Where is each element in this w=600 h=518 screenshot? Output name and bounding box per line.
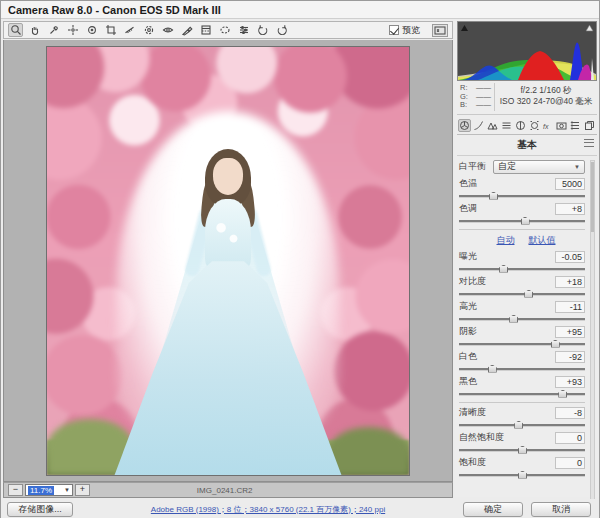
- slider-thumb[interactable]: [489, 192, 498, 200]
- white-balance-select[interactable]: 自定 ▼: [493, 160, 585, 174]
- slider-track[interactable]: [459, 471, 585, 479]
- preview-pane[interactable]: [3, 40, 453, 482]
- zoom-out-button[interactable]: −: [8, 484, 23, 496]
- slider-thumb[interactable]: [551, 340, 560, 348]
- highlight-clipping-indicator[interactable]: [585, 24, 594, 32]
- slider-自然饱和度: 自然饱和度0: [459, 432, 593, 454]
- slider-label: 对比度: [459, 275, 486, 288]
- tab-detail[interactable]: [486, 119, 499, 132]
- color-sampler-tool-icon[interactable]: [65, 23, 80, 37]
- exif-line-1: f/2.2 1/160 秒: [495, 85, 597, 96]
- adjustment-brush-tool-icon[interactable]: [179, 23, 194, 37]
- slider-清晰度: 清晰度-8: [459, 407, 593, 429]
- slider-高光: 高光-11: [459, 301, 593, 323]
- portrait-subject: [108, 149, 348, 475]
- filename-label: IMG_0241.CR2: [197, 486, 253, 495]
- slider-track[interactable]: [459, 390, 585, 398]
- white-balance-row: 白平衡 自定 ▼: [459, 160, 593, 174]
- spot-removal-tool-icon[interactable]: [141, 23, 156, 37]
- radial-filter-tool-icon[interactable]: [217, 23, 232, 37]
- panel-menu-icon[interactable]: [584, 139, 594, 147]
- tab-basic[interactable]: [458, 119, 471, 132]
- tab-snapshots[interactable]: [583, 119, 596, 132]
- slider-value[interactable]: +8: [555, 203, 585, 215]
- tab-presets[interactable]: [569, 119, 582, 132]
- tab-hsl-grayscale[interactable]: [500, 119, 513, 132]
- slider-value[interactable]: +93: [555, 376, 585, 388]
- tab-lens-corrections[interactable]: [528, 119, 541, 132]
- auto-link[interactable]: 自动: [497, 234, 515, 247]
- fullscreen-toggle-icon[interactable]: [432, 24, 448, 37]
- face: [213, 158, 243, 195]
- rotate-right-tool-icon[interactable]: [274, 23, 289, 37]
- footer-bar: 存储图像... Adobe RGB (1998)；8 位；3840 x 5760…: [1, 499, 599, 518]
- zoom-tool-icon[interactable]: [8, 23, 23, 37]
- svg-text:fx: fx: [543, 122, 549, 129]
- scrollbar-thumb[interactable]: [591, 162, 594, 232]
- tone-sliders: 曝光-0.05对比度+18高光-11阴影+95白色-92黑色+93: [459, 251, 593, 398]
- slider-track[interactable]: [459, 290, 585, 298]
- white-balance-value: 自定: [498, 160, 516, 173]
- slider-track[interactable]: [459, 365, 585, 373]
- slider-thumb[interactable]: [518, 446, 527, 454]
- slider-thumb[interactable]: [558, 390, 567, 398]
- white-balance-tool-icon[interactable]: [46, 23, 61, 37]
- slider-value[interactable]: -8: [555, 407, 585, 419]
- slider-value[interactable]: 0: [555, 457, 585, 469]
- workflow-options-link[interactable]: Adobe RGB (1998)；8 位；3840 x 5760 (22.1 百…: [73, 504, 463, 515]
- hand-tool-icon[interactable]: [27, 23, 42, 37]
- zoom-level-select[interactable]: 11.7% ▼: [25, 484, 73, 496]
- panel-scrollbar[interactable]: [590, 160, 595, 500]
- photo-canvas[interactable]: [46, 46, 410, 476]
- save-image-button[interactable]: 存储图像...: [7, 502, 73, 517]
- slider-色调: 色调+8: [459, 203, 593, 225]
- slider-track[interactable]: [459, 315, 585, 323]
- tab-effects[interactable]: fx: [541, 119, 554, 132]
- slider-thumb[interactable]: [509, 315, 518, 323]
- slider-thumb[interactable]: [518, 471, 527, 479]
- rotate-left-tool-icon[interactable]: [255, 23, 270, 37]
- zoom-in-button[interactable]: +: [75, 484, 90, 496]
- straighten-tool-icon[interactable]: [122, 23, 137, 37]
- graduated-filter-tool-icon[interactable]: [198, 23, 213, 37]
- slider-白色: 白色-92: [459, 351, 593, 373]
- default-link[interactable]: 默认值: [529, 234, 556, 247]
- slider-thumb[interactable]: [488, 365, 497, 373]
- slider-thumb[interactable]: [499, 265, 508, 273]
- slider-track[interactable]: [459, 192, 585, 200]
- shadow-clipping-indicator[interactable]: [460, 24, 469, 32]
- toolbar: 预览: [3, 21, 453, 39]
- tab-split-toning[interactable]: [514, 119, 527, 132]
- slider-label: 色温: [459, 177, 477, 190]
- slider-value[interactable]: +18: [555, 276, 585, 288]
- cancel-button[interactable]: 取消: [531, 502, 591, 517]
- slider-value[interactable]: 0: [555, 432, 585, 444]
- slider-value[interactable]: -0.05: [555, 251, 585, 263]
- slider-track[interactable]: [459, 446, 585, 454]
- slider-track[interactable]: [459, 421, 585, 429]
- red-eye-tool-icon[interactable]: [160, 23, 175, 37]
- slider-value[interactable]: -92: [555, 351, 585, 363]
- slider-track[interactable]: [459, 340, 585, 348]
- slider-label: 色调: [459, 202, 477, 215]
- preview-checkbox[interactable]: [389, 25, 399, 35]
- tab-camera-calibration[interactable]: [555, 119, 568, 132]
- slider-track[interactable]: [459, 217, 585, 225]
- slider-thumb[interactable]: [521, 217, 530, 225]
- targeted-adjustment-tool-icon[interactable]: [84, 23, 99, 37]
- slider-track[interactable]: [459, 265, 585, 273]
- slider-value[interactable]: +95: [555, 326, 585, 338]
- slider-label: 阴影: [459, 325, 477, 338]
- slider-value[interactable]: 5000: [555, 178, 585, 190]
- preferences-icon[interactable]: [236, 23, 251, 37]
- slider-阴影: 阴影+95: [459, 326, 593, 348]
- panel-title: 基本: [517, 139, 537, 150]
- slider-thumb[interactable]: [514, 421, 523, 429]
- tab-tone-curve[interactable]: [472, 119, 485, 132]
- preview-toggle[interactable]: 预览: [389, 24, 420, 37]
- crop-tool-icon[interactable]: [103, 23, 118, 37]
- exposure-info: f/2.2 1/160 秒 ISO 320 24-70@40 毫米: [495, 83, 597, 111]
- slider-thumb[interactable]: [524, 290, 533, 298]
- ok-button[interactable]: 确定: [463, 502, 523, 517]
- slider-value[interactable]: -11: [555, 301, 585, 313]
